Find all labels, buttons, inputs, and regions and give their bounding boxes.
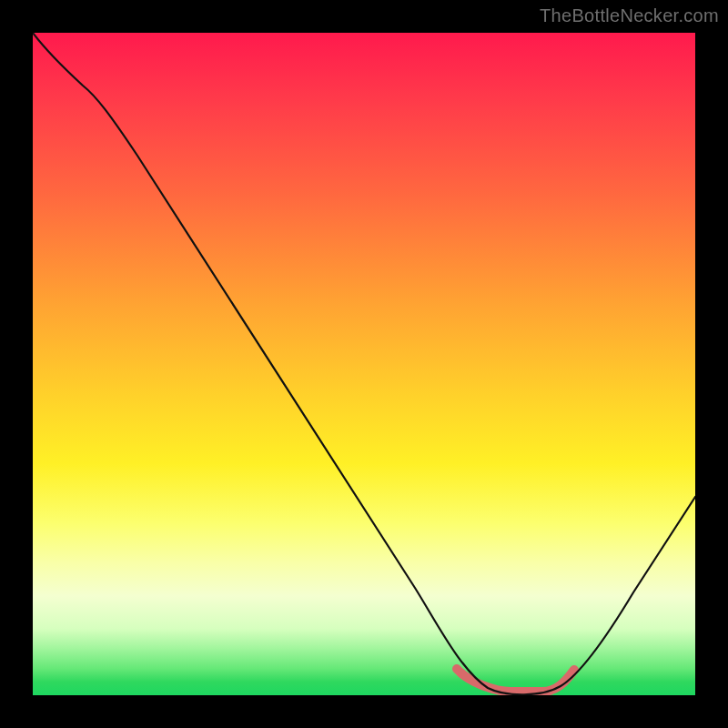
chart-plot-area: [33, 33, 695, 695]
watermark-label: TheBottleNecker.com: [540, 5, 719, 26]
chart-line-overlay: [33, 33, 695, 695]
chart-frame: TheBottleNecker.com: [0, 0, 728, 728]
chart-curve: [33, 33, 695, 694]
